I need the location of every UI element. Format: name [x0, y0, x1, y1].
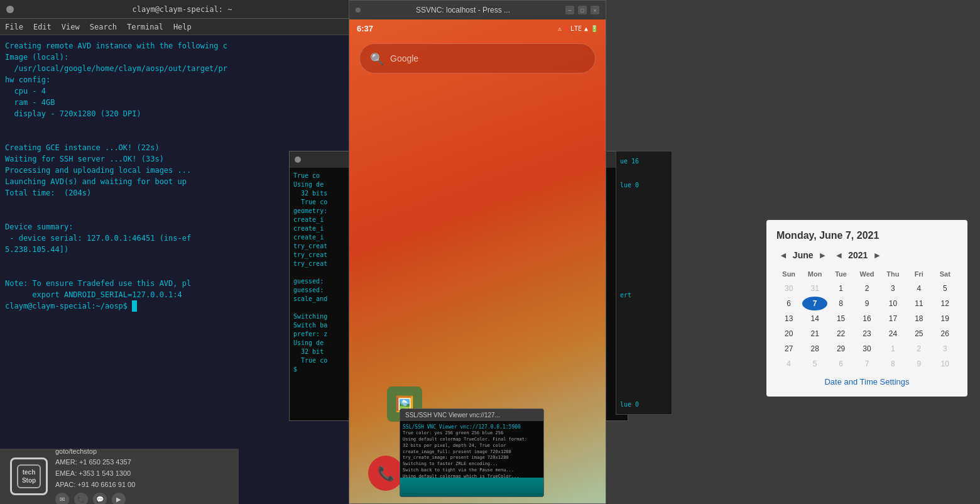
calendar-month: June — [793, 250, 814, 260]
techstop-logo: techStop — [10, 457, 48, 495]
cal-day-15[interactable]: 15 — [829, 312, 853, 326]
phone-search-text: Google — [390, 53, 418, 63]
phone-search-icon: 🔍 — [370, 52, 384, 65]
term-line-7: display - 720x1280 (320 DPI) — [5, 108, 347, 119]
cal-day-1[interactable]: 1 — [829, 282, 853, 295]
cal-day-11[interactable]: 11 — [906, 297, 931, 310]
term-line-5: cpu - 4 — [5, 85, 347, 97]
phone-icon[interactable]: 📞 — [74, 493, 88, 504]
cal-day-1-next[interactable]: 1 — [881, 342, 905, 356]
cal-day-4[interactable]: 4 — [906, 282, 931, 295]
cal-day-21[interactable]: 21 — [802, 327, 827, 341]
cal-day-8-next[interactable]: 8 — [881, 357, 905, 371]
dark-panel-text-2 — [620, 168, 668, 178]
cal-day-10[interactable]: 10 — [881, 297, 905, 310]
next-month-button[interactable]: ► — [816, 249, 830, 261]
cal-day-3-next[interactable]: 3 — [933, 342, 957, 356]
techstop-contact-info: goto/techstop AMER: +1 650 253 4357 EMEA… — [55, 446, 135, 504]
cal-day-22[interactable]: 22 — [829, 327, 853, 341]
cal-day-23[interactable]: 23 — [854, 327, 879, 341]
vnc-preview-title: SSL/SSH VNC Viewer vnc://127... — [400, 409, 543, 421]
vnc-dot — [356, 8, 361, 13]
calendar-settings-link[interactable]: Date and Time Settings — [776, 377, 957, 386]
terminal-menubar: File Edit View Search Terminal Help — [0, 19, 352, 35]
calendar-nav: ◄ June ► ◄ 2021 ► — [776, 249, 957, 261]
phone-call-button[interactable]: 📞 — [368, 456, 403, 491]
phone-signal-icon: ▲ — [584, 25, 588, 32]
term-line-8 — [5, 119, 347, 131]
cal-day-19[interactable]: 19 — [933, 312, 957, 326]
cal-day-28[interactable]: 28 — [802, 342, 827, 356]
phone-status-icons: ⚠ ● LTE ▲ 🔋 — [558, 25, 598, 32]
cal-day-27[interactable]: 27 — [776, 342, 801, 356]
phone-statusbar: 6:37 ⚠ ● LTE ▲ 🔋 — [349, 19, 606, 37]
cal-day-18[interactable]: 18 — [906, 312, 931, 326]
menu-search[interactable]: Search — [90, 23, 117, 31]
cal-day-17[interactable]: 17 — [881, 312, 905, 326]
cal-day-14[interactable]: 14 — [802, 312, 827, 326]
menu-file[interactable]: File — [5, 23, 23, 31]
call-icon: 📞 — [378, 466, 395, 481]
techstop-area: techStop goto/techstop AMER: +1 650 253 … — [0, 449, 239, 504]
cal-day-24[interactable]: 24 — [881, 327, 905, 341]
term-line-9 — [5, 131, 347, 142]
menu-edit[interactable]: Edit — [33, 23, 52, 31]
terminal-close-button-1[interactable] — [6, 6, 14, 13]
calendar-grid: Sun Mon Tue Wed Thu Fri Sat 30 31 1 2 3 … — [776, 268, 957, 371]
cal-day-7-next[interactable]: 7 — [854, 357, 879, 371]
techstop-name: goto/techstop — [55, 446, 135, 457]
vnc-window: SSVNC: localhost - Press ... ─ □ ✕ 6:37 … — [349, 0, 606, 504]
cal-day-29[interactable]: 29 — [829, 342, 853, 356]
discord-icon[interactable]: 💬 — [93, 493, 107, 504]
term-line-3: /usr/local/google/home/claym/aosp/out/ta… — [5, 63, 347, 74]
cal-day-30[interactable]: 30 — [854, 342, 879, 356]
cal-day-9-next[interactable]: 9 — [906, 357, 931, 371]
dark-panel: ue 16 lue 0 ert lue 0 — [616, 151, 672, 415]
dark-panel-text-4: ert — [620, 290, 668, 300]
cal-day-5[interactable]: 5 — [933, 282, 957, 295]
phone-record-icon: ● — [564, 25, 568, 32]
cal-day-3[interactable]: 3 — [881, 282, 905, 295]
cal-day-2[interactable]: 2 — [854, 282, 879, 295]
prev-month-button[interactable]: ◄ — [776, 249, 790, 261]
cal-day-5-next[interactable]: 5 — [802, 357, 827, 371]
cal-day-6[interactable]: 6 — [776, 297, 801, 310]
cal-day-30-prev[interactable]: 30 — [776, 282, 801, 295]
phone-warning-icon: ⚠ — [558, 25, 562, 32]
cal-day-9[interactable]: 9 — [854, 297, 879, 310]
menu-view[interactable]: View — [62, 23, 80, 31]
phone-battery-icon: 🔋 — [591, 25, 598, 32]
cal-header-sat: Sat — [933, 268, 957, 280]
terminal-close-button-2[interactable] — [295, 156, 301, 163]
vnc-preview-popup: SSL/SSH VNC Viewer vnc://127... SSL/SSH … — [400, 408, 544, 497]
techstop-apac: APAC: +91 40 6616 91 00 — [55, 479, 135, 491]
vnc-titlebar: SSVNC: localhost - Press ... ─ □ ✕ — [349, 1, 606, 19]
next-year-button[interactable]: ► — [870, 249, 884, 261]
prev-year-button[interactable]: ◄ — [832, 249, 846, 261]
cal-day-6-next[interactable]: 6 — [829, 357, 853, 371]
cal-day-10-next[interactable]: 10 — [933, 357, 957, 371]
cal-day-16[interactable]: 16 — [854, 312, 879, 326]
cal-day-31-prev[interactable]: 31 — [802, 282, 827, 295]
techstop-logo-text: techStop — [22, 469, 36, 484]
cal-day-25[interactable]: 25 — [906, 327, 931, 341]
cal-day-2-next[interactable]: 2 — [906, 342, 931, 356]
cal-day-7-today[interactable]: 7 — [802, 297, 827, 310]
vnc-close-button[interactable]: ✕ — [591, 6, 599, 14]
cal-day-20[interactable]: 20 — [776, 327, 801, 341]
vnc-maximize-button[interactable]: □ — [578, 6, 587, 14]
phone-search-bar[interactable]: 🔍 Google — [359, 43, 596, 74]
cal-day-13[interactable]: 13 — [776, 312, 801, 326]
cal-day-26[interactable]: 26 — [933, 327, 957, 341]
vnc-window-buttons: ─ □ ✕ — [565, 6, 599, 14]
techstop-social-links: ✉ 📞 💬 ▶ — [55, 493, 135, 504]
cal-day-8[interactable]: 8 — [829, 297, 853, 310]
menu-help[interactable]: Help — [173, 23, 192, 31]
email-icon[interactable]: ✉ — [55, 493, 69, 504]
cal-day-12[interactable]: 12 — [933, 297, 957, 310]
menu-terminal[interactable]: Terminal — [127, 23, 163, 31]
cal-day-4-next[interactable]: 4 — [776, 357, 801, 371]
twitch-icon[interactable]: ▶ — [112, 493, 126, 504]
vnc-minimize-button[interactable]: ─ — [565, 6, 574, 14]
calendar-title: Monday, June 7, 2021 — [776, 230, 957, 241]
